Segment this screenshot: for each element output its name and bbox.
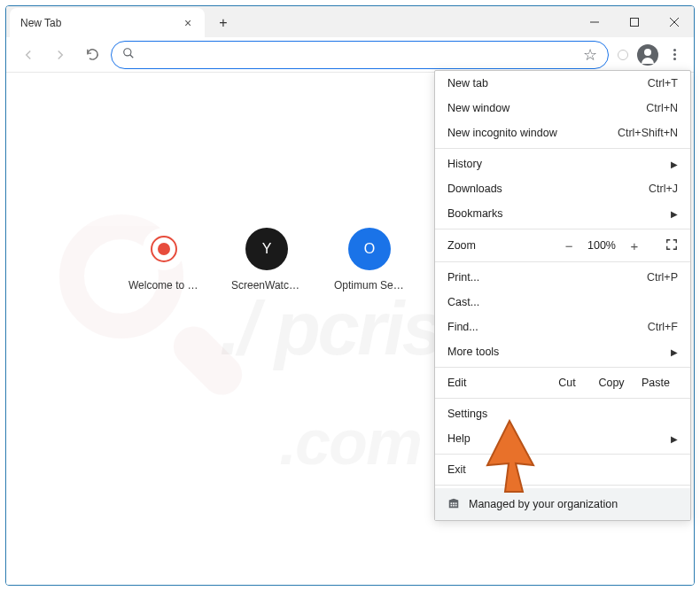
chrome-menu: New tab Ctrl+T New window Ctrl+N New inc… bbox=[434, 70, 691, 521]
menu-new-tab[interactable]: New tab Ctrl+T bbox=[435, 71, 690, 96]
menu-new-window[interactable]: New window Ctrl+N bbox=[435, 96, 690, 121]
menu-downloads[interactable]: Downloads Ctrl+J bbox=[435, 176, 690, 201]
menu-label: Settings bbox=[447, 408, 678, 420]
menu-settings[interactable]: Settings bbox=[435, 401, 690, 426]
svg-line-5 bbox=[130, 54, 134, 58]
menu-find[interactable]: Find... Ctrl+F bbox=[435, 315, 690, 339]
forward-button[interactable] bbox=[47, 42, 74, 68]
menu-separator bbox=[435, 485, 690, 486]
menu-shortcut: Ctrl+Shift+N bbox=[618, 127, 678, 139]
close-window-button[interactable] bbox=[654, 6, 694, 37]
shortcut-icon: O bbox=[348, 228, 391, 270]
menu-shortcut: Ctrl+J bbox=[649, 183, 678, 195]
svg-point-4 bbox=[124, 48, 131, 55]
menu-label: Bookmarks bbox=[447, 207, 671, 220]
menu-label: Edit bbox=[447, 377, 545, 389]
browser-tab[interactable]: New Tab × bbox=[10, 8, 205, 37]
close-tab-icon[interactable]: × bbox=[182, 17, 194, 29]
shortcut-item[interactable]: Y ScreenWatch ... bbox=[231, 228, 302, 292]
profile-avatar[interactable] bbox=[637, 44, 658, 66]
menu-managed-by-org[interactable]: Managed by your organization bbox=[435, 488, 690, 520]
menu-label: Zoom bbox=[447, 239, 563, 252]
menu-zoom: Zoom − 100% + bbox=[435, 232, 690, 259]
menu-label: Find... bbox=[447, 321, 648, 333]
chevron-right-icon: ▶ bbox=[671, 434, 678, 444]
menu-shortcut: Ctrl+T bbox=[648, 77, 678, 89]
shortcut-label: Optimum Sea... bbox=[334, 279, 405, 292]
window-controls bbox=[574, 6, 694, 37]
menu-separator bbox=[435, 367, 690, 368]
menu-label: Exit bbox=[447, 463, 678, 476]
menu-label: Cast... bbox=[447, 296, 678, 308]
edit-cut[interactable]: Cut bbox=[545, 377, 589, 389]
shortcut-icon: Y bbox=[245, 228, 288, 270]
menu-separator bbox=[435, 398, 690, 399]
menu-print[interactable]: Print... Ctrl+P bbox=[435, 265, 690, 290]
menu-label: Downloads bbox=[447, 183, 649, 195]
menu-label: Help bbox=[447, 432, 671, 445]
menu-label: New window bbox=[447, 102, 646, 114]
watermark-text-2: .com bbox=[279, 406, 421, 478]
menu-more-tools[interactable]: More tools ▶ bbox=[435, 339, 690, 364]
menu-shortcut: Ctrl+N bbox=[646, 102, 678, 114]
chevron-right-icon: ▶ bbox=[671, 209, 678, 219]
menu-label: History bbox=[447, 158, 671, 170]
menu-exit[interactable]: Exit bbox=[435, 457, 690, 482]
shortcut-label: ScreenWatch ... bbox=[231, 279, 302, 292]
titlebar: New Tab × + bbox=[6, 6, 694, 37]
zoom-out-button[interactable]: − bbox=[563, 238, 575, 253]
shortcut-item[interactable]: Welcome to N... bbox=[128, 228, 199, 292]
menu-label: More tools bbox=[447, 346, 671, 358]
menu-edit: Edit Cut Copy Paste bbox=[435, 370, 690, 395]
menu-separator bbox=[435, 148, 690, 149]
menu-label: New tab bbox=[447, 77, 648, 89]
organization-icon bbox=[447, 497, 460, 512]
menu-new-incognito[interactable]: New incognito window Ctrl+Shift+N bbox=[435, 121, 690, 145]
menu-cast[interactable]: Cast... bbox=[435, 290, 690, 315]
toolbar: ☆ bbox=[6, 37, 694, 73]
menu-help[interactable]: Help ▶ bbox=[435, 426, 690, 451]
menu-label: New incognito window bbox=[447, 127, 618, 139]
chevron-right-icon: ▶ bbox=[671, 347, 678, 357]
shortcut-icon bbox=[143, 228, 185, 270]
minimize-button[interactable] bbox=[574, 6, 614, 37]
search-icon bbox=[122, 47, 135, 63]
menu-separator bbox=[435, 229, 690, 229]
menu-separator bbox=[435, 454, 690, 455]
fullscreen-icon[interactable] bbox=[665, 238, 678, 253]
menu-shortcut: Ctrl+P bbox=[647, 271, 678, 284]
menu-separator bbox=[435, 261, 690, 262]
menu-shortcut: Ctrl+F bbox=[648, 321, 678, 333]
tab-title: New Tab bbox=[20, 17, 61, 29]
menu-bookmarks[interactable]: Bookmarks ▶ bbox=[435, 201, 690, 226]
bookmark-star-icon[interactable]: ☆ bbox=[583, 45, 597, 65]
menu-label: Managed by your organization bbox=[469, 498, 618, 510]
zoom-value: 100% bbox=[587, 239, 616, 252]
address-bar[interactable]: ☆ bbox=[111, 41, 609, 69]
edit-copy[interactable]: Copy bbox=[589, 377, 634, 389]
reload-button[interactable] bbox=[79, 42, 105, 68]
chrome-menu-button[interactable] bbox=[664, 44, 685, 66]
edit-paste[interactable]: Paste bbox=[634, 377, 678, 389]
maximize-button[interactable] bbox=[614, 6, 654, 37]
svg-rect-1 bbox=[630, 18, 638, 26]
shortcut-label: Welcome to N... bbox=[128, 279, 199, 292]
chevron-right-icon: ▶ bbox=[671, 159, 678, 169]
zoom-in-button[interactable]: + bbox=[628, 238, 641, 253]
extension-indicator[interactable] bbox=[618, 50, 628, 60]
new-tab-button[interactable]: + bbox=[212, 12, 235, 35]
shortcut-item[interactable]: O Optimum Sea... bbox=[334, 228, 405, 292]
menu-label: Print... bbox=[447, 271, 647, 284]
menu-history[interactable]: History ▶ bbox=[435, 152, 690, 176]
back-button[interactable] bbox=[15, 42, 42, 68]
